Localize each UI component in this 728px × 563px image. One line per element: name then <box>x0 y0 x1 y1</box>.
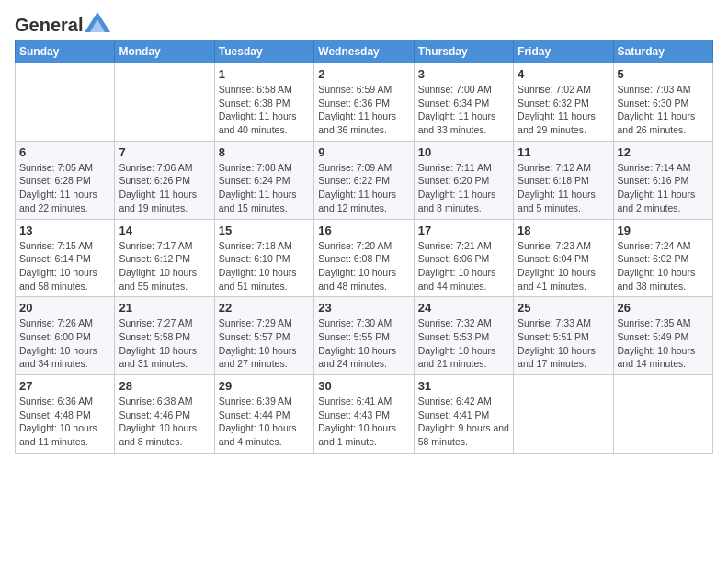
calendar-week-row: 20Sunrise: 7:26 AM Sunset: 6:00 PM Dayli… <box>16 297 713 375</box>
calendar-cell: 2Sunrise: 6:59 AM Sunset: 6:36 PM Daylig… <box>314 63 414 142</box>
day-info: Sunrise: 6:39 AM Sunset: 4:44 PM Dayligh… <box>219 395 310 449</box>
calendar-cell: 22Sunrise: 7:29 AM Sunset: 5:57 PM Dayli… <box>214 297 313 375</box>
day-info: Sunrise: 7:08 AM Sunset: 6:24 PM Dayligh… <box>219 161 310 215</box>
day-info: Sunrise: 7:24 AM Sunset: 6:02 PM Dayligh… <box>618 239 709 293</box>
day-number: 28 <box>119 379 210 393</box>
calendar-cell: 27Sunrise: 6:36 AM Sunset: 4:48 PM Dayli… <box>16 375 115 454</box>
day-number: 14 <box>119 224 210 237</box>
logo-icon <box>85 12 110 32</box>
calendar-cell: 20Sunrise: 7:26 AM Sunset: 6:00 PM Dayli… <box>16 297 115 375</box>
day-info: Sunrise: 7:12 AM Sunset: 6:18 PM Dayligh… <box>518 161 609 215</box>
calendar-cell: 9Sunrise: 7:09 AM Sunset: 6:22 PM Daylig… <box>314 141 414 219</box>
logo-general: General <box>15 15 83 36</box>
day-number: 26 <box>618 301 709 315</box>
day-info: Sunrise: 7:26 AM Sunset: 6:00 PM Dayligh… <box>19 316 110 371</box>
calendar-cell: 29Sunrise: 6:39 AM Sunset: 4:44 PM Dayli… <box>214 375 313 454</box>
calendar-cell: 17Sunrise: 7:21 AM Sunset: 6:06 PM Dayli… <box>414 219 513 297</box>
calendar-cell: 11Sunrise: 7:12 AM Sunset: 6:18 PM Dayli… <box>514 141 613 219</box>
day-info: Sunrise: 6:59 AM Sunset: 6:36 PM Dayligh… <box>318 83 409 137</box>
day-number: 16 <box>318 224 409 237</box>
page-header: General <box>15 15 713 30</box>
day-number: 24 <box>418 301 509 315</box>
day-info: Sunrise: 7:33 AM Sunset: 5:51 PM Dayligh… <box>518 316 609 371</box>
day-number: 27 <box>19 379 110 393</box>
day-number: 25 <box>518 301 609 315</box>
day-number: 5 <box>618 67 709 81</box>
day-info: Sunrise: 7:15 AM Sunset: 6:14 PM Dayligh… <box>19 239 110 293</box>
calendar-cell: 18Sunrise: 7:23 AM Sunset: 6:04 PM Dayli… <box>514 219 613 297</box>
calendar-cell: 1Sunrise: 6:58 AM Sunset: 6:38 PM Daylig… <box>214 63 313 142</box>
calendar-cell <box>16 63 115 142</box>
calendar-cell <box>613 375 712 454</box>
day-info: Sunrise: 7:09 AM Sunset: 6:22 PM Dayligh… <box>318 161 409 215</box>
calendar-cell: 14Sunrise: 7:17 AM Sunset: 6:12 PM Dayli… <box>115 219 214 297</box>
calendar-cell: 8Sunrise: 7:08 AM Sunset: 6:24 PM Daylig… <box>214 141 313 219</box>
day-info: Sunrise: 7:18 AM Sunset: 6:10 PM Dayligh… <box>219 239 310 293</box>
weekday-header: Monday <box>115 40 214 63</box>
day-number: 1 <box>219 67 310 81</box>
calendar-cell <box>514 375 613 454</box>
day-number: 4 <box>518 67 609 81</box>
day-info: Sunrise: 7:27 AM Sunset: 5:58 PM Dayligh… <box>119 316 210 371</box>
day-number: 8 <box>219 145 310 159</box>
day-info: Sunrise: 7:35 AM Sunset: 5:49 PM Dayligh… <box>618 316 709 371</box>
calendar-cell: 21Sunrise: 7:27 AM Sunset: 5:58 PM Dayli… <box>115 297 214 375</box>
day-info: Sunrise: 6:36 AM Sunset: 4:48 PM Dayligh… <box>19 395 110 449</box>
day-info: Sunrise: 7:29 AM Sunset: 5:57 PM Dayligh… <box>219 316 310 371</box>
day-info: Sunrise: 6:38 AM Sunset: 4:46 PM Dayligh… <box>119 395 210 449</box>
day-info: Sunrise: 7:06 AM Sunset: 6:26 PM Dayligh… <box>119 161 210 215</box>
day-number: 30 <box>318 379 409 393</box>
day-number: 2 <box>318 67 409 81</box>
calendar-cell: 24Sunrise: 7:32 AM Sunset: 5:53 PM Dayli… <box>414 297 513 375</box>
calendar-cell: 7Sunrise: 7:06 AM Sunset: 6:26 PM Daylig… <box>115 141 214 219</box>
day-info: Sunrise: 6:41 AM Sunset: 4:43 PM Dayligh… <box>318 395 409 449</box>
day-number: 15 <box>219 224 310 237</box>
calendar-cell: 13Sunrise: 7:15 AM Sunset: 6:14 PM Dayli… <box>16 219 115 297</box>
weekday-header: Thursday <box>414 40 513 63</box>
day-number: 13 <box>19 224 110 237</box>
day-info: Sunrise: 7:03 AM Sunset: 6:30 PM Dayligh… <box>618 83 709 137</box>
calendar-cell: 25Sunrise: 7:33 AM Sunset: 5:51 PM Dayli… <box>514 297 613 375</box>
day-info: Sunrise: 7:20 AM Sunset: 6:08 PM Dayligh… <box>318 239 409 293</box>
day-number: 31 <box>418 379 509 393</box>
calendar-cell: 12Sunrise: 7:14 AM Sunset: 6:16 PM Dayli… <box>613 141 712 219</box>
calendar-cell: 31Sunrise: 6:42 AM Sunset: 4:41 PM Dayli… <box>414 375 513 454</box>
day-info: Sunrise: 7:00 AM Sunset: 6:34 PM Dayligh… <box>418 83 509 137</box>
calendar-cell: 16Sunrise: 7:20 AM Sunset: 6:08 PM Dayli… <box>314 219 414 297</box>
calendar-cell: 30Sunrise: 6:41 AM Sunset: 4:43 PM Dayli… <box>314 375 414 454</box>
day-number: 20 <box>19 301 110 315</box>
day-number: 18 <box>518 224 609 237</box>
weekday-header: Sunday <box>16 40 115 63</box>
day-info: Sunrise: 7:21 AM Sunset: 6:06 PM Dayligh… <box>418 239 509 293</box>
weekday-header: Tuesday <box>214 40 313 63</box>
calendar-cell: 4Sunrise: 7:02 AM Sunset: 6:32 PM Daylig… <box>514 63 613 142</box>
calendar-cell: 26Sunrise: 7:35 AM Sunset: 5:49 PM Dayli… <box>613 297 712 375</box>
day-number: 29 <box>219 379 310 393</box>
calendar-cell: 15Sunrise: 7:18 AM Sunset: 6:10 PM Dayli… <box>214 219 313 297</box>
day-number: 21 <box>119 301 210 315</box>
calendar-cell: 6Sunrise: 7:05 AM Sunset: 6:28 PM Daylig… <box>16 141 115 219</box>
calendar-cell: 5Sunrise: 7:03 AM Sunset: 6:30 PM Daylig… <box>613 63 712 142</box>
day-info: Sunrise: 7:17 AM Sunset: 6:12 PM Dayligh… <box>119 239 210 293</box>
day-info: Sunrise: 6:58 AM Sunset: 6:38 PM Dayligh… <box>219 83 310 137</box>
calendar-week-row: 27Sunrise: 6:36 AM Sunset: 4:48 PM Dayli… <box>16 375 713 454</box>
day-info: Sunrise: 7:23 AM Sunset: 6:04 PM Dayligh… <box>518 239 609 293</box>
day-info: Sunrise: 6:42 AM Sunset: 4:41 PM Dayligh… <box>418 395 509 449</box>
day-info: Sunrise: 7:02 AM Sunset: 6:32 PM Dayligh… <box>518 83 609 137</box>
day-number: 22 <box>219 301 310 315</box>
day-number: 9 <box>318 145 409 159</box>
calendar-cell: 3Sunrise: 7:00 AM Sunset: 6:34 PM Daylig… <box>414 63 513 142</box>
logo: General <box>15 15 110 30</box>
calendar-week-row: 1Sunrise: 6:58 AM Sunset: 6:38 PM Daylig… <box>16 63 713 142</box>
day-number: 23 <box>318 301 409 315</box>
calendar-week-row: 6Sunrise: 7:05 AM Sunset: 6:28 PM Daylig… <box>16 141 713 219</box>
calendar-cell <box>115 63 214 142</box>
day-number: 7 <box>119 145 210 159</box>
calendar-week-row: 13Sunrise: 7:15 AM Sunset: 6:14 PM Dayli… <box>16 219 713 297</box>
calendar-cell: 28Sunrise: 6:38 AM Sunset: 4:46 PM Dayli… <box>115 375 214 454</box>
weekday-header: Wednesday <box>314 40 414 63</box>
day-info: Sunrise: 7:32 AM Sunset: 5:53 PM Dayligh… <box>418 316 509 371</box>
day-info: Sunrise: 7:05 AM Sunset: 6:28 PM Dayligh… <box>19 161 110 215</box>
day-number: 10 <box>418 145 509 159</box>
calendar-cell: 19Sunrise: 7:24 AM Sunset: 6:02 PM Dayli… <box>613 219 712 297</box>
